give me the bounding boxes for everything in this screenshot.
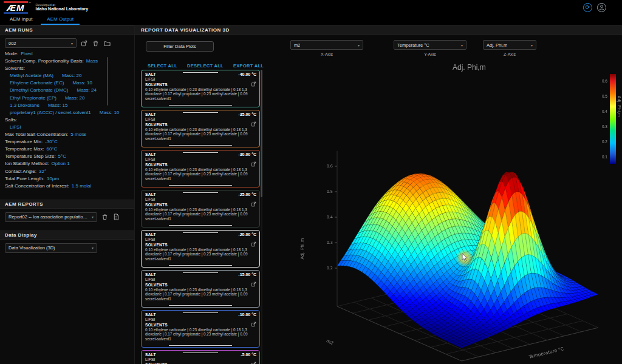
- card-export-icon[interactable]: [251, 118, 256, 129]
- solvent-item[interactable]: proprietary1 (ACCC) / secret-solvent1Mas…: [5, 109, 129, 116]
- colorbar-tick: 0.2: [590, 140, 607, 144]
- colorbar-gradient: [610, 74, 616, 164]
- run-parameters: Mode:Fixed Solvent Comp. Proportionality…: [5, 50, 129, 190]
- card-divider: [169, 105, 232, 106]
- tab-aem-input[interactable]: AEM Input: [4, 15, 38, 25]
- sync-icon[interactable]: ⟳: [583, 3, 592, 12]
- card-salt-value: LiFSI: [145, 197, 256, 202]
- series-line-sample: [183, 192, 218, 193]
- card-solvents-label: SOLVENTS: [145, 123, 256, 127]
- lab-name-label: Idaho National Laboratory: [36, 7, 89, 12]
- card-composition: 0.10 ethylene carbonate | 0.23 dimethyl …: [145, 207, 252, 221]
- select-all-link[interactable]: SELECT ALL: [148, 63, 177, 69]
- solvent-item[interactable]: Methyl Acetate (MA)Mass: 20: [5, 72, 129, 79]
- series-line-sample: [183, 232, 218, 233]
- plot-card[interactable]: SALT LiFSI SOLVENTS 0.10 ethylene carbon…: [141, 270, 260, 308]
- person-glyph: [598, 4, 605, 11]
- y-axis-select[interactable]: Temperature °C ▾: [394, 40, 466, 50]
- report-file-icon[interactable]: [112, 213, 120, 221]
- filter-data-plots-button[interactable]: Filter Data Plots: [146, 41, 214, 52]
- tab-aem-output[interactable]: AEM Output: [41, 15, 80, 25]
- solvent-item[interactable]: 1,3 DioxolaneMass: 15: [5, 102, 129, 109]
- series-line-sample: [183, 312, 218, 313]
- colorbar-tick: 0.3: [590, 124, 607, 129]
- card-export-icon[interactable]: [251, 198, 256, 209]
- card-salt-value: LiFSI: [145, 116, 256, 122]
- account-icon[interactable]: [597, 3, 606, 12]
- card-temperature: -40.00 °C: [238, 72, 256, 76]
- run-param: Mode:Fixed: [5, 50, 129, 58]
- card-temperature: -30.00 °C: [238, 152, 256, 157]
- card-temperature: -5.00 °C: [241, 352, 256, 357]
- card-solvents-label: SOLVENTS: [145, 203, 256, 207]
- y-axis-label: Y-Axis: [394, 52, 466, 56]
- card-export-icon[interactable]: [251, 278, 256, 289]
- runs-folder-icon[interactable]: [103, 39, 111, 47]
- card-solvents-label: SOLVENTS: [145, 323, 256, 327]
- card-temperature: -25.00 °C: [238, 192, 256, 197]
- run-param: Total Pore Length:10μm: [5, 175, 129, 183]
- run-select[interactable]: 002 ▾: [5, 38, 77, 48]
- card-composition: 0.10 ethylene carbonate | 0.23 dimethyl …: [145, 87, 252, 101]
- run-param: Salt Concentration of Interest:1.5 molal: [5, 183, 129, 190]
- sidebar-scrollbar[interactable]: [107, 57, 108, 106]
- plot-card[interactable]: SALT LiFSI SOLVENTS 0.10 ethylene carbon…: [141, 350, 260, 364]
- card-composition: 0.10 ethylene carbonate | 0.23 dimethyl …: [145, 127, 252, 141]
- data-display-value: Data Visualization (3D): [9, 245, 55, 251]
- card-temperature: -20.00 °C: [238, 232, 256, 237]
- card-export-icon[interactable]: [251, 318, 256, 329]
- deselect-all-link[interactable]: DESELECT ALL: [187, 63, 224, 69]
- card-composition: 0.10 ethylene carbonate | 0.23 dimethyl …: [145, 328, 252, 341]
- card-divider: [169, 225, 232, 226]
- main-tab-bar: AEM Input AEM Output: [0, 15, 622, 25]
- salt-item[interactable]: LiFSI: [5, 124, 129, 131]
- series-line-sample: [183, 152, 218, 153]
- run-select-value: 002: [9, 41, 16, 46]
- card-divider: [169, 265, 232, 266]
- card-salt-value: LiFSI: [145, 317, 256, 322]
- salts-label: Salts:: [5, 116, 129, 124]
- data-display-row: Data Visualization (3D) ▾: [5, 243, 129, 253]
- chevron-down-icon: ▾: [531, 43, 533, 47]
- colorbar-label: Adj. Phi,m: [617, 96, 621, 117]
- plot-cards-list: SALT LiFSI SOLVENTS 0.10 ethylene carbon…: [141, 70, 260, 364]
- card-composition: 0.10 ethylene carbonate | 0.23 dimethyl …: [145, 248, 252, 261]
- plot-card[interactable]: SALT LiFSI SOLVENTS 0.10 ethylene carbon…: [141, 190, 260, 228]
- data-display-select[interactable]: Data Visualization (3D) ▾: [5, 243, 97, 253]
- delete-report-icon[interactable]: [100, 213, 109, 221]
- report-select[interactable]: Report02 -- Ion association populations …: [5, 212, 97, 222]
- z-axis-select[interactable]: Adj. Phi,m ▾: [483, 40, 536, 50]
- series-line-sample: [183, 112, 218, 113]
- colorbar-tick: 0.1: [590, 155, 607, 159]
- colorbar-tick: 0.5: [590, 94, 607, 98]
- plot-title: Adj. Phi,m: [453, 63, 486, 72]
- card-composition: 0.10 ethylene carbonate | 0.23 dimethyl …: [145, 288, 252, 301]
- run-param: Temperature Min:-30°C: [5, 138, 129, 146]
- delete-run-icon[interactable]: [91, 39, 100, 47]
- solvent-item[interactable]: Ethyl Propionate (EP)Mass: 20: [5, 95, 129, 102]
- series-line-sample: [183, 352, 218, 353]
- colorbar-tick: 0.4: [590, 109, 607, 113]
- solvents-label: Solvents:: [5, 65, 129, 72]
- card-temperature: -35.00 °C: [238, 112, 256, 116]
- x-axis-select[interactable]: m2 ▾: [290, 40, 363, 50]
- surface-plot-canvas[interactable]: [261, 61, 622, 364]
- solvent-item[interactable]: Ethylene Carbonate (EC)Mass: 10: [5, 79, 129, 87]
- solvent-item[interactable]: Dimethyl Carbonate (DMC)Mass: 24: [5, 87, 129, 94]
- plot-actions-row: SELECT ALL DESELECT ALL EXPORT ALL: [148, 63, 264, 69]
- plot-card[interactable]: SALT LiFSI SOLVENTS 0.10 ethylene carbon…: [141, 230, 260, 268]
- aem-reports-header: AEM REPORTS: [0, 200, 134, 209]
- chevron-down-icon: ▾: [358, 43, 360, 47]
- export-all-link[interactable]: EXPORT ALL: [233, 63, 264, 69]
- plot-card[interactable]: SALT LiFSI SOLVENTS 0.10 ethylene carbon…: [141, 310, 260, 348]
- card-export-icon[interactable]: [251, 238, 256, 249]
- card-salt-value: LiFSI: [145, 357, 256, 362]
- plot-card[interactable]: SALT LiFSI SOLVENTS 0.10 ethylene carbon…: [141, 150, 260, 187]
- card-export-icon[interactable]: [251, 359, 256, 364]
- plot-card[interactable]: SALT LiFSI SOLVENTS 0.10 ethylene carbon…: [141, 110, 260, 147]
- plot-card[interactable]: SALT LiFSI SOLVENTS 0.10 ethylene carbon…: [141, 70, 260, 107]
- runs-row: 002 ▾: [5, 38, 129, 48]
- card-export-icon[interactable]: [251, 158, 256, 169]
- card-export-icon[interactable]: [251, 78, 256, 89]
- export-run-icon[interactable]: [80, 39, 88, 47]
